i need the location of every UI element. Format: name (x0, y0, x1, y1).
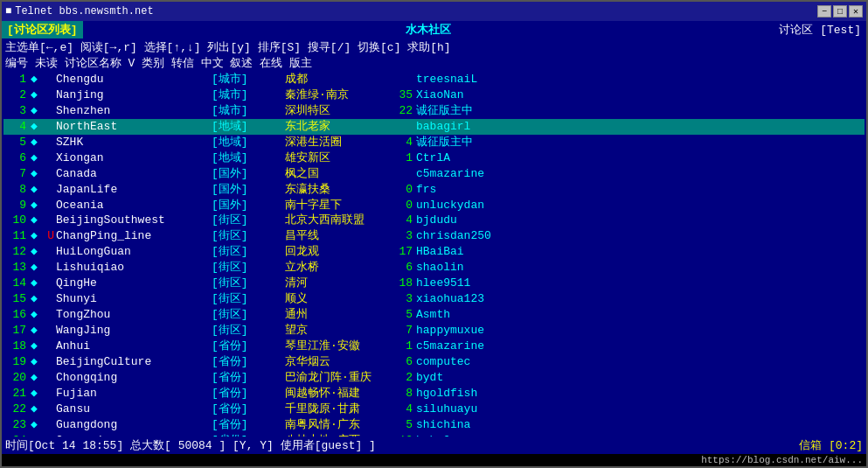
minimize-button[interactable]: − (817, 5, 831, 17)
row-diamond-icon: ◆ (28, 103, 40, 119)
board-zh (257, 166, 273, 182)
board-desc (273, 402, 285, 417)
row-number: 5 (3, 135, 28, 150)
board-description: 望京 (285, 323, 390, 339)
list-item[interactable]: 3◆Shenzhen[城市]深圳特区22诚征版主中 (3, 103, 865, 119)
board-owner: hlee9511 (416, 276, 470, 291)
list-item[interactable]: 7◆Canada[国外]枫之国c5mazarine (3, 166, 865, 182)
board-zh (257, 386, 273, 402)
board-description: 南十字星下 (285, 198, 390, 213)
board-online-count (390, 72, 416, 87)
list-item[interactable]: 20◆Chongqing[省份]巴渝龙门阵·重庆2bydt (3, 370, 865, 386)
row-unread (40, 323, 56, 339)
row-unread (40, 370, 56, 386)
board-description: 闽越畅怀·福建 (285, 386, 390, 402)
row-diamond-icon: ◆ (28, 182, 40, 198)
list-item[interactable]: 2◆Nanjing[城市]秦淮绿·南京35XiaoNan (3, 87, 865, 103)
board-name: WangJing (56, 323, 212, 339)
list-item[interactable]: 18◆Anhui[省份]琴里江淮·安徽1c5mazarine (3, 339, 865, 354)
close-button[interactable]: ✕ (849, 5, 863, 17)
board-online-count: 0 (390, 198, 416, 213)
board-owner: bjdudu (416, 213, 457, 228)
board-name: JapanLife (56, 182, 212, 198)
board-online-count: 17 (390, 244, 416, 260)
row-diamond-icon: ◆ (28, 339, 40, 354)
board-name: TongZhou (56, 307, 212, 323)
list-item[interactable]: 6◆Xiongan[地域]雄安新区1CtrlA (3, 150, 865, 166)
board-description: 京华烟云 (285, 354, 390, 370)
board-name: BeijingCulture (56, 354, 212, 370)
board-type: [省份] (212, 402, 257, 417)
row-diamond-icon: ◆ (28, 244, 40, 260)
user-display: 使用者[guest] (281, 439, 363, 452)
list-item[interactable]: 15◆Shunyi[街区]顺义3xiaohua123 (3, 291, 865, 307)
board-name: ChangPing_line (56, 228, 212, 244)
board-owner: c5mazarine (416, 339, 484, 354)
board-type: [省份] (212, 339, 257, 354)
board-desc (273, 276, 285, 291)
row-number: 7 (3, 166, 28, 182)
row-unread: U (40, 228, 56, 244)
board-list[interactable]: 1◆Chengdu[城市]成都treesnaiL2◆Nanjing[城市]秦淮绿… (2, 72, 866, 437)
row-unread (40, 260, 56, 276)
row-number: 19 (3, 354, 28, 370)
list-item[interactable]: 12◆HuiLongGuan[街区]回龙观17HBaiBai (3, 244, 865, 260)
row-unread (40, 213, 56, 228)
board-desc (273, 198, 285, 213)
board-online-count: 7 (390, 323, 416, 339)
board-name: BeijingSouthwest (56, 213, 212, 228)
list-item[interactable]: 19◆BeijingCulture[省份]京华烟云6computec (3, 354, 865, 370)
total-count: 总大数[ 50084 ] (130, 439, 226, 452)
maximize-button[interactable]: □ (833, 5, 847, 17)
row-unread (40, 119, 56, 135)
list-item[interactable]: 11◆UChangPing_line[街区]昌平线3chrisdan250 (3, 228, 865, 244)
list-item[interactable]: 4◆NorthEast[地域]东北老家babagirl (3, 119, 865, 135)
row-diamond-icon: ◆ (28, 370, 40, 386)
board-type: [地域] (212, 119, 257, 135)
board-desc (273, 339, 285, 354)
board-zh (257, 291, 273, 307)
list-item[interactable]: 8◆JapanLife[国外]东瀛扶桑0frs (3, 182, 865, 198)
board-desc (273, 150, 285, 166)
board-type: [省份] (212, 354, 257, 370)
board-zh (257, 182, 273, 198)
row-unread (40, 166, 56, 182)
board-online-count: 5 (390, 417, 416, 433)
board-description: 北京大西南联盟 (285, 213, 390, 228)
row-unread (40, 276, 56, 291)
board-desc (273, 307, 285, 323)
row-diamond-icon: ◆ (28, 260, 40, 276)
row-unread (40, 135, 56, 150)
board-online-count: 18 (390, 276, 416, 291)
board-type: [城市] (212, 72, 257, 87)
current-section-tab[interactable]: [讨论区列表] (2, 21, 83, 38)
row-number: 22 (3, 402, 28, 417)
column-headers: 编号 未读 讨论区名称 V 类别 转信 中文 叙述 在线 版主 (5, 55, 863, 71)
board-owner: c5mazarine (416, 166, 484, 182)
list-item[interactable]: 23◆Guangdong[省份]南粤风情·广东5shichina (3, 417, 865, 433)
list-item[interactable]: 14◆QingHe[街区]清河18hlee9511 (3, 276, 865, 291)
row-unread (40, 402, 56, 417)
list-item[interactable]: 17◆WangJing[街区]望京7happymuxue (3, 323, 865, 339)
board-owner: 诚征版主中 (416, 135, 473, 150)
list-item[interactable]: 5◆SZHK[地域]深港生活圈4诚征版主中 (3, 135, 865, 150)
list-item[interactable]: 16◆TongZhou[街区]通州5Asmth (3, 307, 865, 323)
row-diamond-icon: ◆ (28, 386, 40, 402)
board-online-count: 2 (390, 370, 416, 386)
board-zh (257, 276, 273, 291)
board-owner: CtrlA (416, 150, 450, 166)
list-item[interactable]: 21◆Fujian[省份]闽越畅怀·福建8hgoldfish (3, 386, 865, 402)
row-number: 4 (3, 119, 28, 135)
board-owner: HBaiBai (416, 244, 464, 260)
board-owner: unluckydan (416, 198, 484, 213)
list-item[interactable]: 9◆Oceania[国外]南十字星下0unluckydan (3, 198, 865, 213)
list-item[interactable]: 22◆Gansu[省份]千里陇原·甘肃4siluhuayu (3, 402, 865, 417)
board-description: 回龙观 (285, 244, 390, 260)
list-item[interactable]: 1◆Chengdu[城市]成都treesnaiL (3, 72, 865, 87)
row-number: 13 (3, 260, 28, 276)
list-item[interactable]: 13◆Lishuiqiao[街区]立水桥6shaolin (3, 260, 865, 276)
list-item[interactable]: 10◆BeijingSouthwest[街区]北京大西南联盟4bjdudu (3, 213, 865, 228)
board-desc (273, 386, 285, 402)
window-title: Telnet bbs.newsmth.net (15, 5, 153, 17)
row-diamond-icon: ◆ (28, 198, 40, 213)
